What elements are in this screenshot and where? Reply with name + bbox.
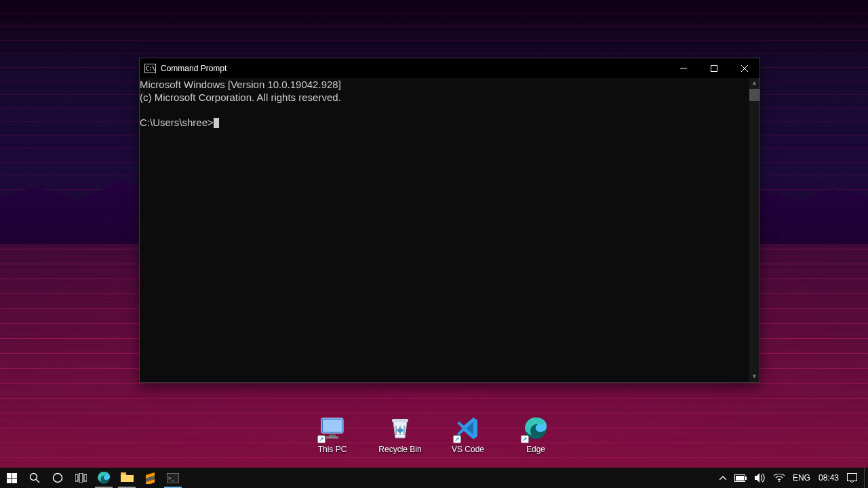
svg-rect-28 [848, 474, 857, 481]
tray-volume-icon[interactable] [755, 473, 766, 483]
maximize-button[interactable] [698, 58, 729, 78]
svg-rect-26 [745, 476, 747, 480]
close-button[interactable] [729, 58, 760, 78]
terminal-body[interactable]: Microsoft Windows [Version 10.0.19042.92… [140, 78, 760, 382]
desktop-icon-label: VS Code [452, 445, 484, 454]
terminal-prompt: C:\Users\shree> [140, 117, 214, 128]
svg-rect-3 [326, 436, 338, 439]
edge-icon [97, 471, 111, 485]
command-prompt-window[interactable]: C:\ Command Prompt Microsoft Windows [Ve… [139, 58, 760, 383]
svg-rect-10 [7, 473, 12, 478]
edge-icon: ↗ [522, 415, 549, 442]
tray-wifi-icon[interactable] [774, 474, 785, 482]
search-icon [29, 472, 40, 483]
svg-rect-21 [121, 472, 126, 474]
svg-rect-4 [392, 419, 408, 422]
svg-rect-13 [12, 479, 17, 483]
taskbar-app-sublime[interactable] [138, 468, 161, 488]
terminal-cursor [214, 118, 219, 128]
scroll-up-icon[interactable]: ▲ [749, 78, 760, 89]
tray-clock[interactable]: 08:43 [818, 473, 839, 483]
svg-rect-19 [84, 474, 87, 481]
svg-text:>_: >_ [168, 475, 175, 481]
svg-point-16 [54, 474, 62, 483]
svg-rect-7 [711, 65, 717, 71]
svg-rect-11 [12, 473, 17, 478]
recycle-bin-icon [387, 415, 414, 442]
tray-chevron-up-icon[interactable] [719, 476, 726, 481]
cortana-icon [52, 472, 63, 483]
terminal-scrollbar[interactable]: ▲ ▼ [749, 78, 760, 382]
svg-rect-12 [7, 479, 12, 483]
svg-rect-25 [736, 476, 744, 481]
scroll-thumb[interactable] [749, 89, 760, 101]
tray-notifications-icon[interactable] [847, 473, 857, 483]
shortcut-arrow-icon: ↗ [317, 435, 326, 443]
cmd-icon: C:\ [144, 64, 156, 73]
svg-rect-18 [79, 473, 83, 483]
titlebar[interactable]: C:\ Command Prompt [140, 58, 760, 78]
terminal-line: Microsoft Windows [Version 10.0.19042.92… [140, 79, 341, 90]
svg-point-27 [778, 481, 780, 482]
svg-line-15 [37, 480, 40, 483]
taskbar-app-cmd[interactable]: >_ [161, 468, 184, 488]
scroll-down-icon[interactable]: ▼ [749, 371, 760, 382]
search-button[interactable] [23, 468, 46, 488]
desktop-icon-label: Edge [526, 445, 545, 454]
svg-rect-1 [323, 420, 342, 432]
taskbar-app-file-explorer[interactable] [115, 468, 138, 488]
sublime-icon [144, 472, 156, 484]
system-tray: ENG 08:43 [713, 468, 864, 488]
desktop-icon-this-pc[interactable]: ↗ This PC [308, 415, 357, 454]
svg-rect-2 [329, 434, 336, 436]
shortcut-arrow-icon: ↗ [453, 435, 461, 443]
this-pc-icon: ↗ [319, 415, 346, 442]
window-title: Command Prompt [161, 64, 226, 73]
desktop-icon-edge[interactable]: ↗ Edge [511, 415, 560, 454]
start-button[interactable] [0, 468, 23, 488]
taskbar-app-edge[interactable] [92, 468, 115, 488]
minimize-button[interactable] [668, 58, 698, 78]
desktop-icon-label: This PC [318, 445, 347, 454]
shortcut-arrow-icon: ↗ [521, 435, 529, 443]
desktop-icon-vs-code[interactable]: ↗ VS Code [443, 415, 492, 454]
desktop-icon-label: Recycle Bin [378, 445, 421, 454]
tray-battery-icon[interactable] [734, 474, 747, 482]
terminal-line: (c) Microsoft Corporation. All rights re… [140, 92, 341, 103]
desktop-icons-row: ↗ This PC Recycle Bin ↗ VS Code ↗ Edge [0, 415, 868, 454]
task-view-icon [75, 473, 87, 483]
cortana-button[interactable] [46, 468, 69, 488]
vs-code-icon: ↗ [454, 415, 481, 442]
taskbar: >_ ENG 08:43 [0, 468, 868, 488]
show-desktop-button[interactable] [864, 468, 868, 488]
cmd-icon: >_ [167, 473, 179, 483]
svg-rect-17 [75, 474, 78, 481]
windows-logo-icon [7, 473, 17, 483]
desktop-icon-recycle-bin[interactable]: Recycle Bin [376, 415, 425, 454]
folder-icon [121, 472, 134, 483]
svg-point-14 [31, 474, 37, 481]
tray-language[interactable]: ENG [793, 473, 810, 483]
task-view-button[interactable] [69, 468, 92, 488]
